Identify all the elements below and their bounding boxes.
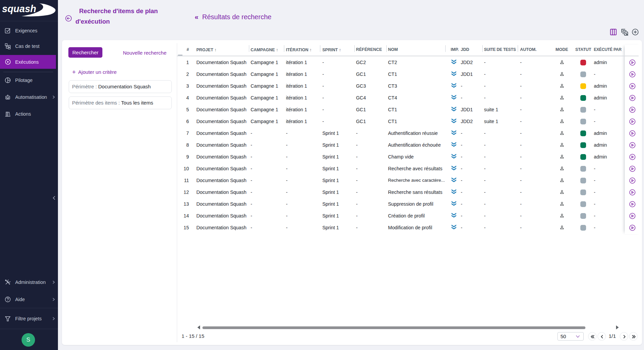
svg-text:squash: squash — [2, 3, 36, 14]
